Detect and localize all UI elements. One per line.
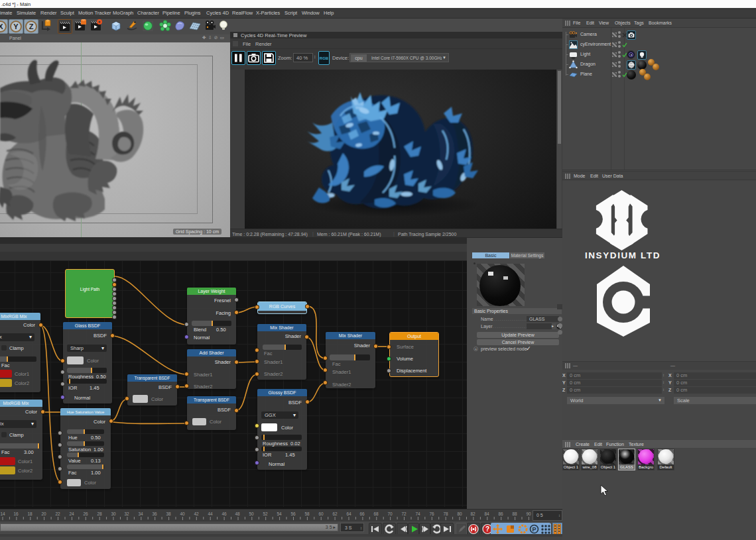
svg-text:90: 90: [526, 512, 531, 516]
svg-text:86: 86: [498, 512, 503, 516]
svg-text:88: 88: [512, 512, 517, 516]
svg-text:54: 54: [277, 512, 282, 516]
svg-text:16: 16: [13, 512, 19, 516]
svg-text:62: 62: [332, 512, 338, 516]
svg-text:44: 44: [208, 512, 213, 516]
svg-text:82: 82: [470, 512, 475, 516]
svg-text:38: 38: [166, 512, 171, 516]
svg-text:Y: Y: [13, 23, 19, 30]
svg-text:84: 84: [484, 512, 489, 516]
svg-text:56: 56: [290, 512, 296, 516]
svg-text:40: 40: [180, 512, 185, 516]
svg-text:24: 24: [69, 512, 74, 516]
svg-text:78: 78: [443, 512, 448, 516]
svg-text:26: 26: [83, 512, 88, 516]
svg-text:46: 46: [221, 512, 227, 516]
svg-text:Z: Z: [29, 23, 34, 30]
svg-text:20: 20: [41, 512, 46, 516]
svg-text:72: 72: [401, 512, 407, 516]
svg-text:22: 22: [55, 512, 60, 516]
svg-text:70: 70: [387, 512, 393, 516]
svg-text:74: 74: [415, 512, 420, 516]
svg-text:76: 76: [429, 512, 434, 516]
svg-text:80: 80: [457, 512, 462, 516]
svg-text:30: 30: [111, 512, 116, 516]
svg-text:28: 28: [97, 512, 102, 516]
svg-text:32: 32: [124, 512, 129, 516]
svg-text:P: P: [532, 526, 536, 533]
svg-text:14: 14: [0, 512, 5, 516]
svg-text:52: 52: [263, 512, 268, 516]
svg-text:?: ?: [485, 525, 489, 533]
svg-text:64: 64: [346, 512, 351, 516]
svg-text:58: 58: [304, 512, 310, 516]
svg-text:42: 42: [194, 512, 199, 516]
svg-text:66: 66: [359, 512, 365, 516]
svg-text:36: 36: [152, 512, 157, 516]
svg-text:50: 50: [249, 512, 254, 516]
svg-text:X: X: [0, 23, 3, 30]
svg-text:48: 48: [235, 512, 240, 516]
svg-text:18: 18: [27, 512, 32, 516]
svg-text:68: 68: [373, 512, 379, 516]
svg-text:60: 60: [318, 512, 324, 516]
svg-text:34: 34: [138, 512, 143, 516]
